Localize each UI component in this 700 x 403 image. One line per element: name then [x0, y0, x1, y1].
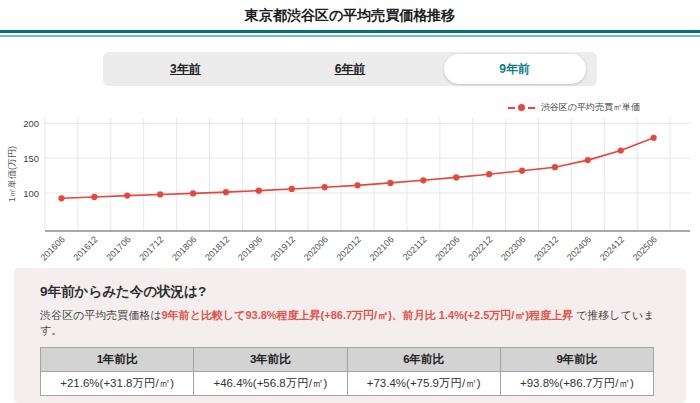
data-point[interactable] — [354, 182, 360, 188]
data-point[interactable] — [387, 180, 393, 186]
svg-text:201712: 201712 — [137, 234, 165, 262]
lead-prefix: 渋谷区の平均売買価格は — [40, 309, 162, 321]
comparison-table: 1年前比 3年前比 6年前比 9年前比 +21.6%(+31.8万円/㎡) +4… — [40, 347, 654, 396]
svg-text:202506: 202506 — [631, 234, 659, 262]
tab-cell-9years: 9年前 — [432, 52, 597, 86]
data-point[interactable] — [58, 195, 64, 201]
svg-text:202206: 202206 — [433, 234, 461, 262]
svg-text:1㎡単価(万円): 1㎡単価(万円) — [7, 146, 17, 202]
data-point[interactable] — [420, 177, 426, 183]
svg-text:201912: 201912 — [269, 234, 297, 262]
tab-6years[interactable]: 6年前 — [335, 61, 366, 78]
svg-text:202406: 202406 — [565, 234, 593, 262]
svg-text:150: 150 — [23, 153, 39, 164]
title-bar: 東京都渋谷区の平均売買価格推移 — [0, 0, 700, 37]
data-point[interactable] — [124, 192, 130, 198]
svg-text:202112: 202112 — [401, 234, 429, 262]
svg-text:201706: 201706 — [104, 234, 132, 262]
data-point[interactable] — [651, 135, 657, 141]
svg-text:201806: 201806 — [170, 234, 198, 262]
svg-text:202106: 202106 — [368, 234, 396, 262]
svg-text:202012: 202012 — [335, 234, 363, 262]
tab-cell-6years: 6年前 — [268, 52, 433, 86]
page-title: 東京都渋谷区の平均売買価格推移 — [0, 0, 700, 30]
svg-text:201612: 201612 — [71, 234, 99, 262]
svg-text:200: 200 — [23, 118, 39, 129]
table-value-cell: +73.4%(+75.9万円/㎡) — [347, 371, 500, 395]
page: 東京都渋谷区の平均売買価格推移 3年前 6年前 9年前 渋谷区の平均売買㎡単価 … — [0, 0, 700, 403]
table-header-cell: 6年前比 — [347, 347, 500, 371]
table-header-cell: 3年前比 — [194, 347, 347, 371]
data-point[interactable] — [453, 174, 459, 180]
legend-line-icon — [528, 107, 535, 109]
data-point[interactable] — [256, 188, 262, 194]
tab-9years-active[interactable]: 9年前 — [444, 54, 586, 84]
svg-text:100: 100 — [23, 188, 39, 199]
data-point[interactable] — [585, 157, 591, 163]
svg-text:202212: 202212 — [466, 234, 494, 262]
data-point[interactable] — [223, 189, 229, 195]
svg-text:202006: 202006 — [302, 234, 330, 262]
table-header-cell: 9年前比 — [500, 347, 653, 371]
table-value-row: +21.6%(+31.8万円/㎡) +46.4%(+56.8万円/㎡) +73.… — [41, 371, 654, 395]
data-point[interactable] — [289, 186, 295, 192]
lead-highlight: 9年前と比較して93.8%程度上昇(+86.7万円/㎡)、前月比 1.4%(+2… — [162, 309, 574, 321]
title-rule-light — [0, 35, 700, 37]
legend-line-icon — [508, 107, 515, 109]
data-point[interactable] — [486, 171, 492, 177]
data-point[interactable] — [322, 184, 328, 190]
summary-heading: 9年前からみた今の状況は? — [40, 283, 660, 301]
table-value-cell: +93.8%(+86.7万円/㎡) — [500, 371, 653, 395]
price-line-chart[interactable]: 1001502001㎡単価(万円)20160620161220170620171… — [0, 112, 700, 264]
summary-lead: 渋谷区の平均売買価格は9年前と比較して93.8%程度上昇(+86.7万円/㎡)、… — [40, 308, 660, 338]
svg-text:202412: 202412 — [598, 234, 626, 262]
svg-text:201812: 201812 — [203, 234, 231, 262]
data-point[interactable] — [552, 164, 558, 170]
data-point[interactable] — [519, 168, 525, 174]
table-value-cell: +46.4%(+56.8万円/㎡) — [194, 371, 347, 395]
data-point[interactable] — [157, 191, 163, 197]
chart-area: 1001502001㎡単価(万円)20160620161220170620171… — [0, 112, 700, 264]
legend-dot-icon — [518, 104, 525, 111]
tab-3years[interactable]: 3年前 — [170, 61, 201, 78]
table-value-cell: +21.6%(+31.8万円/㎡) — [41, 371, 194, 395]
svg-text:201906: 201906 — [236, 234, 264, 262]
table-header-cell: 1年前比 — [41, 347, 194, 371]
table-header-row: 1年前比 3年前比 6年前比 9年前比 — [41, 347, 654, 371]
data-point[interactable] — [190, 190, 196, 196]
data-point[interactable] — [91, 194, 97, 200]
data-point[interactable] — [618, 147, 624, 153]
svg-text:201606: 201606 — [39, 234, 67, 262]
svg-text:202312: 202312 — [532, 234, 560, 262]
period-tabs: 3年前 6年前 9年前 — [103, 52, 597, 86]
svg-text:202306: 202306 — [499, 234, 527, 262]
tab-cell-3years: 3年前 — [103, 52, 268, 86]
summary-panel: 9年前からみた今の状況は? 渋谷区の平均売買価格は9年前と比較して93.8%程度… — [14, 268, 686, 403]
